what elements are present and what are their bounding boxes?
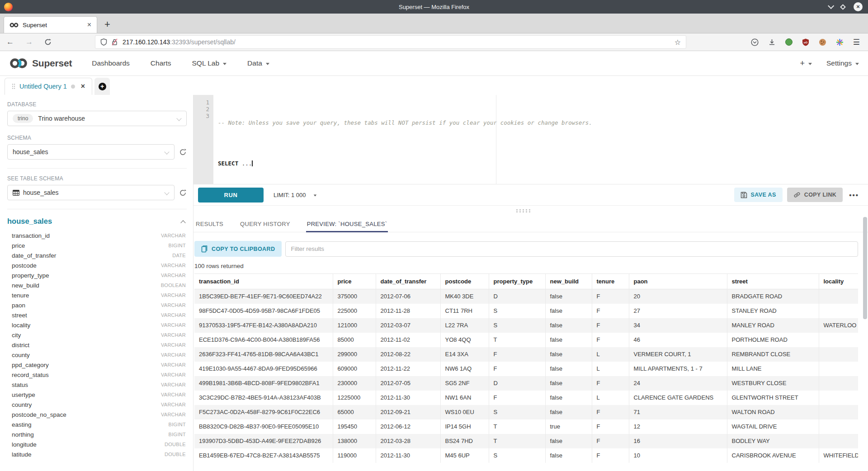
pane-splitter[interactable] [193,206,868,216]
sql-editor[interactable]: 1 2 3 -- Note: Unless you save your quer… [193,95,868,184]
south-tab-query-history[interactable]: QUERY HISTORY [239,216,291,232]
schema-column-row[interactable]: longitudeDOUBLE [7,439,187,449]
cookie-icon[interactable] [819,38,826,46]
save-as-button[interactable]: SAVE AS [734,188,783,202]
table-row[interactable]: 3C3C29DC-B7B2-4BE5-914A-A38123AF403B1225… [194,391,858,405]
table-row[interactable]: EB1459EB-67ED-47C8-B2E7-A38143AB55751190… [194,448,858,463]
column-header[interactable]: date_of_transfer [376,274,440,289]
database-select[interactable]: trino Trino warehouse [7,111,187,126]
run-button[interactable]: RUN [198,188,264,203]
table-select[interactable]: house_sales [7,185,175,200]
schema-column-row[interactable]: statusVARCHAR [7,380,187,390]
settings-menu[interactable]: Settings [826,59,859,67]
column-header[interactable]: property_type [489,274,545,289]
shield-icon[interactable] [100,38,107,46]
nav-item-charts[interactable]: Charts [151,59,171,67]
column-header[interactable]: postcode [440,274,489,289]
filter-results-input[interactable] [285,241,858,257]
bookmark-star-icon[interactable]: ☆ [675,38,681,47]
column-header[interactable]: street [727,274,819,289]
table-row[interactable]: 499B1981-3B6B-4BCD-808F-9FED9802BFA12300… [194,376,858,391]
more-options-icon[interactable]: ••• [849,191,859,199]
query-tab[interactable]: Untitled Query 1 × [5,78,92,95]
column-header[interactable]: paon [629,274,727,289]
schema-column-row[interactable]: countyVARCHAR [7,350,187,360]
download-icon[interactable] [768,38,776,46]
schema-column-row[interactable]: priceBIGINT [7,240,187,250]
schema-column-row[interactable]: latitudeDOUBLE [7,449,187,459]
column-header[interactable]: new_build [545,274,592,289]
nav-item-data[interactable]: Data [247,59,269,67]
collapse-chevron-icon[interactable] [180,220,185,225]
privacy-badger-icon[interactable] [785,38,793,46]
nav-item-sql-lab[interactable]: SQL Lab [192,59,227,67]
schema-select[interactable]: house_sales [7,144,175,160]
query-tab-close-icon[interactable]: × [81,82,85,90]
schema-column-row[interactable]: countryVARCHAR [7,400,187,410]
table-row[interactable]: 91370533-19F5-47FE-B142-A380A8ADA2101210… [194,318,858,333]
ublock-icon[interactable]: uO [802,38,809,46]
schema-column-row[interactable]: record_statusVARCHAR [7,370,187,380]
column-header[interactable]: transaction_id [194,274,333,289]
window-maximize-icon[interactable] [840,4,846,10]
drag-handle-icon[interactable] [12,83,15,89]
refresh-table-icon[interactable] [179,189,187,197]
back-icon[interactable]: ← [6,38,14,47]
add-new-button[interactable]: + [800,59,812,68]
multi-account-asterisk-icon[interactable] [836,38,844,46]
schema-column-row[interactable]: postcodeVARCHAR [7,260,187,270]
south-tab-results[interactable]: RESULTS [195,216,224,232]
url-bar[interactable]: 217.160.120.143:32393/superset/sqllab/ ☆ [95,35,686,49]
tab-close-icon[interactable]: × [87,21,91,29]
south-tab-preview[interactable]: PREVIEW: `HOUSE_SALES` [306,216,388,232]
table-schema-heading[interactable]: house_sales [7,217,52,226]
schema-column-row[interactable]: streetVARCHAR [7,310,187,320]
limit-dropdown[interactable]: LIMIT: 1 000 [274,192,317,198]
table-row[interactable]: 98F5DC47-0D05-4D59-95B7-98CA6F1FDE052250… [194,304,858,318]
schema-column-row[interactable]: districtVARCHAR [7,340,187,350]
window-close-icon[interactable]: × [854,2,863,11]
column-header[interactable]: price [333,274,376,289]
column-type: VARCHAR [161,412,186,417]
reload-icon[interactable] [44,38,52,46]
padlock-crossed-icon[interactable] [111,38,118,46]
copy-to-clipboard-button[interactable]: COPY TO CLIPBOARD [194,241,282,257]
schema-column-row[interactable]: northingBIGINT [7,429,187,439]
pocket-icon[interactable] [751,38,759,46]
schema-column-row[interactable]: localityVARCHAR [7,320,187,330]
schema-column-row[interactable]: cityVARCHAR [7,330,187,340]
table-row[interactable]: F5C273AC-0D2A-458F-8279-9C61F0C22EC66500… [194,405,858,419]
schema-column-row[interactable]: paonVARCHAR [7,300,187,310]
column-header[interactable]: tenure [592,274,629,289]
table-row[interactable]: BB8320C9-D82B-4B37-90E0-9FEE05095E101954… [194,419,858,434]
schema-column-row[interactable]: new_buildBOOLEAN [7,280,187,290]
schema-column-row[interactable]: tenureVARCHAR [7,290,187,300]
add-query-tab[interactable]: + [94,78,110,95]
table-row[interactable]: 419E1030-9A55-4467-8DA9-9FED95D659666090… [194,362,858,376]
editor-code-area[interactable]: -- Note: Unless you save your query, the… [213,95,868,184]
schema-column-row[interactable]: ppd_categoryVARCHAR [7,360,187,370]
nav-item-dashboards[interactable]: Dashboards [92,59,130,67]
splitter-grip-icon[interactable] [515,209,531,212]
menu-icon[interactable]: ☰ [853,38,860,47]
schema-column-row[interactable]: property_typeVARCHAR [7,270,187,280]
window-minimize-icon[interactable] [828,3,834,9]
page-scrollbar-thumb[interactable] [863,217,867,319]
table-row[interactable]: 193907D3-5DBD-453D-A49E-9FEE27DAB9261380… [194,434,858,448]
table-row[interactable]: ECE1D376-C9A6-4C00-B004-A380B189FA568500… [194,333,858,347]
table-row[interactable]: 2636F323-FF41-4765-81DB-98CAA6A43BC12990… [194,347,858,362]
forward-icon[interactable]: → [25,38,33,47]
schema-column-row[interactable]: eastingBIGINT [7,419,187,429]
copy-link-button[interactable]: COPY LINK [787,188,843,202]
table-row[interactable]: 1B5C39ED-BE7F-41EF-9E71-9C60EED74A223750… [194,289,858,304]
schema-column-row[interactable]: usertypeVARCHAR [7,390,187,400]
table-cell: 2012-07-06 [376,289,440,304]
column-header[interactable]: locality [819,274,858,289]
schema-column-row[interactable]: postcode_no_spaceVARCHAR [7,410,187,419]
superset-brand[interactable]: Superset [9,57,72,70]
new-tab-button[interactable]: + [104,19,110,30]
browser-tab[interactable]: Superset × [4,16,97,33]
schema-column-row[interactable]: transaction_idVARCHAR [7,231,187,240]
schema-column-row[interactable]: date_of_transferDATE [7,250,187,260]
refresh-schema-icon[interactable] [179,148,187,156]
